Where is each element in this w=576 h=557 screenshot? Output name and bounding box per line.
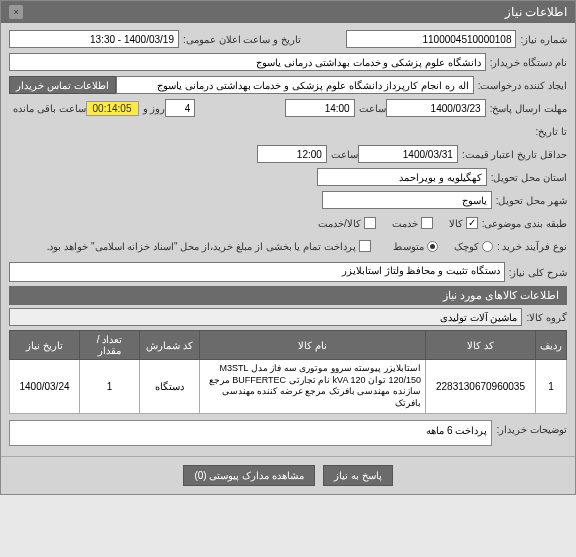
- table-header-row: ردیف کد کالا نام کالا کد شمارش تعداد / م…: [10, 331, 567, 360]
- need-no-field: 1100004510000108: [346, 30, 516, 48]
- countdown-timer: 00:14:05: [86, 101, 139, 116]
- treasury-checkbox[interactable]: [359, 240, 371, 252]
- service-label: خدمت: [392, 218, 418, 229]
- cell-unit: دستگاه: [140, 360, 200, 414]
- col-code: کد کالا: [426, 331, 536, 360]
- attachments-button[interactable]: مشاهده مدارک پیوستی (0): [183, 465, 315, 486]
- min-valid-date-field: 1400/03/31: [358, 145, 458, 163]
- col-qty: تعداد / مقدار: [80, 331, 140, 360]
- group-label: گروه کالا:: [526, 312, 567, 323]
- announce-field: 1400/03/19 - 13:30: [9, 30, 179, 48]
- buyer-field: دانشگاه علوم پزشکی و خدمات بهداشتی درمان…: [9, 53, 486, 71]
- time-label-1: ساعت: [359, 103, 386, 114]
- small-label: کوچک: [454, 241, 479, 252]
- city-field: یاسوج: [322, 191, 492, 209]
- window-controls: ×: [9, 5, 23, 19]
- col-unit: کد شمارش: [140, 331, 200, 360]
- contact-button[interactable]: اطلاعات تماس خریدار: [9, 76, 116, 94]
- desc-label: شرح کلی نیاز:: [509, 267, 567, 278]
- cell-qty: 1: [80, 360, 140, 414]
- small-radio[interactable]: [482, 241, 493, 252]
- creator-label: ایجاد کننده درخواست:: [478, 80, 567, 91]
- medium-radio[interactable]: [427, 241, 438, 252]
- titlebar: اطلاعات نیاز ×: [1, 1, 575, 23]
- col-name: نام کالا: [200, 331, 426, 360]
- min-valid-time-field: 12:00: [257, 145, 327, 163]
- remain-label: ساعت باقی مانده: [13, 103, 86, 114]
- buyer-notes-label: توضیحات خریدار:: [496, 420, 567, 435]
- payment-note: پرداخت تمام یا بخشی از مبلغ خرید،از محل …: [47, 241, 356, 252]
- group-field: ماشین آلات تولیدی: [9, 308, 522, 326]
- medium-label: متوسط: [393, 241, 424, 252]
- province-field: کهگیلویه و بویراحمد: [317, 168, 487, 186]
- reply-button[interactable]: پاسخ به نیاز: [323, 465, 393, 486]
- desc-field[interactable]: دستگاه تثبیت و محافظ ولتاژ استابلایزر: [9, 262, 505, 282]
- table-row[interactable]: 1 2283130670960035 استابلایزر پیوسته سرو…: [10, 360, 567, 414]
- until-label: تا تاریخ:: [535, 126, 567, 137]
- goods-service-label: کالا/خدمت: [318, 218, 361, 229]
- col-idx: ردیف: [536, 331, 567, 360]
- province-label: استان محل تحویل:: [491, 172, 567, 183]
- deadline-time-field: 14:00: [285, 99, 355, 117]
- cell-code: 2283130670960035: [426, 360, 536, 414]
- remain-days: 4: [165, 99, 195, 117]
- cell-name: استابلایزر پیوسته سروو موتوری سه فاز مدل…: [200, 360, 426, 414]
- budget-label: طبقه بندی موضوعی:: [482, 218, 567, 229]
- goods-service-checkbox[interactable]: [364, 217, 376, 229]
- process-label: نوع فرآیند خرید :: [497, 241, 567, 252]
- deadline-date-field: 1400/03/23: [386, 99, 486, 117]
- close-icon[interactable]: ×: [9, 5, 23, 19]
- goods-checkbox[interactable]: [466, 217, 478, 229]
- buyer-notes-box: پرداخت 6 ماهه: [9, 420, 492, 446]
- min-valid-label: حداقل تاریخ اعتبار قیمت:: [462, 149, 567, 160]
- window-title: اطلاعات نیاز: [505, 5, 567, 19]
- footer: پاسخ به نیاز مشاهده مدارک پیوستی (0): [1, 456, 575, 494]
- deadline-label: مهلت ارسال پاسخ:: [490, 103, 567, 114]
- announce-label: تاریخ و ساعت اعلان عمومی:: [183, 34, 301, 45]
- time-label-2: ساعت: [331, 149, 358, 160]
- items-table: ردیف کد کالا نام کالا کد شمارش تعداد / م…: [9, 330, 567, 414]
- items-section-header: اطلاعات کالاهای مورد نیاز: [9, 286, 567, 305]
- cell-date: 1400/03/24: [10, 360, 80, 414]
- creator-field: اله ره انجام کارپرداز دانشگاه علوم پزشکی…: [116, 76, 474, 94]
- window: اطلاعات نیاز × شماره نیاز: 1100004510000…: [0, 0, 576, 495]
- need-no-label: شماره نیاز:: [520, 34, 567, 45]
- service-checkbox[interactable]: [421, 217, 433, 229]
- day-label: روز و: [143, 103, 166, 114]
- city-label: شهر محل تحویل:: [496, 195, 567, 206]
- cell-idx: 1: [536, 360, 567, 414]
- form-area: شماره نیاز: 1100004510000108 تاریخ و ساع…: [1, 23, 575, 450]
- col-date: تاریخ نیاز: [10, 331, 80, 360]
- goods-label: کالا: [449, 218, 463, 229]
- buyer-label: نام دستگاه خریدار:: [490, 57, 567, 68]
